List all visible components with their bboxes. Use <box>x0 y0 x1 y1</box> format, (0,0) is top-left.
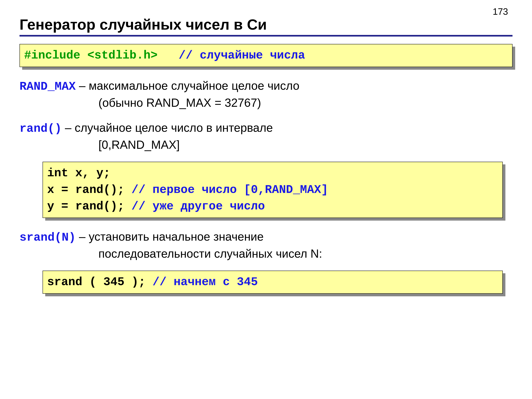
code-text: #include <stdlib.h> <box>24 49 158 62</box>
code-comment: // случайные числа <box>178 49 305 62</box>
slide-title: Генератор случайных чисел в Си <box>19 16 513 33</box>
def-randmax: RAND_MAX – максимальное случайное целое … <box>19 78 513 111</box>
code-srand-usage: srand ( 345 ); // начнем с 345 <box>43 271 503 294</box>
slide: 173 Генератор случайных чисел в Си #incl… <box>0 0 532 399</box>
code-rand-usage: int x, y; x = rand(); // первое число [0… <box>43 162 503 218</box>
title-underline <box>19 35 513 37</box>
keyword-srand: srand(N) <box>19 231 76 244</box>
page-number: 173 <box>493 6 508 17</box>
def-rand: rand() – случайное целое число в интерва… <box>19 120 513 153</box>
def-srand: srand(N) – установить начальное значение… <box>19 228 513 262</box>
keyword-rand: rand() <box>19 122 62 135</box>
code-include: #include <stdlib.h> // случайные числа <box>19 44 513 67</box>
keyword-randmax: RAND_MAX <box>19 80 76 93</box>
